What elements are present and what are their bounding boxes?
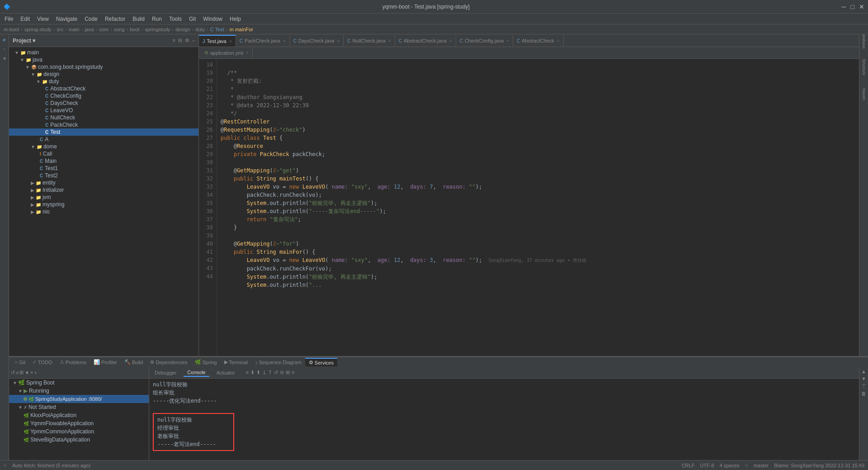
- stop-icon[interactable]: ⊘: [280, 370, 284, 375]
- menu-refactor[interactable]: Refactor: [102, 15, 128, 23]
- tree-item-dome[interactable]: ▼ 📁 dome: [9, 143, 198, 150]
- tree-item-initializer[interactable]: ▶ 📁 Initializer: [9, 186, 198, 194]
- tab-close-icon[interactable]: ×: [246, 50, 249, 55]
- menu-git[interactable]: Git: [186, 15, 198, 23]
- project-icon[interactable]: P: [0, 36, 9, 44]
- favorites-icon[interactable]: ★: [0, 54, 9, 62]
- clear-icon[interactable]: 🗑: [861, 391, 866, 396]
- branch-name[interactable]: master: [754, 463, 769, 468]
- breadcrumb-class[interactable]: C Test: [210, 27, 224, 32]
- close-panel-icon[interactable]: –: [192, 38, 195, 43]
- breadcrumb-part[interactable]: m-boot: [4, 27, 19, 32]
- tree-item-nio[interactable]: ▶ 📁 nio: [9, 208, 198, 215]
- menu-view[interactable]: View: [34, 15, 52, 23]
- breadcrumb-part[interactable]: design: [175, 27, 190, 32]
- service-kkxx[interactable]: 🌿 KkxxPoiApplication: [9, 411, 149, 419]
- tab-todo[interactable]: ✓ TODO: [29, 358, 56, 366]
- tab-spring[interactable]: 🌿 Spring: [191, 358, 221, 366]
- tree-item-abstractcheck[interactable]: C AbstractCheck: [9, 85, 198, 92]
- grid-icon[interactable]: ⊞: [286, 370, 290, 375]
- menu-edit[interactable]: Edit: [18, 15, 33, 23]
- expand-icon[interactable]: ⊟: [178, 38, 182, 43]
- expand-all-icon[interactable]: ⊞: [19, 370, 24, 375]
- tab-close-icon[interactable]: ×: [388, 38, 391, 43]
- tab-test-java[interactable]: J Test.java ×: [199, 35, 236, 47]
- tab-application-yml[interactable]: ⚙ application.yml ×: [201, 48, 253, 58]
- tab-abstractcheck[interactable]: C AbstractCheck.java ×: [395, 35, 456, 47]
- tree-item-leavevo[interactable]: C LeaveVO: [9, 107, 198, 114]
- breadcrumb-part[interactable]: duty: [195, 27, 205, 32]
- commit-icon[interactable]: ↑: [0, 45, 9, 53]
- tree-item-java[interactable]: ▼ 📁 java: [9, 56, 198, 63]
- menu-navigate[interactable]: Navigate: [53, 15, 80, 23]
- tab-abstractcheck2[interactable]: C AbstractCheck ×: [513, 35, 564, 47]
- tree-item-entity[interactable]: ▶ 📁 entity: [9, 179, 198, 186]
- menu-file[interactable]: File: [2, 15, 16, 23]
- breadcrumb-part[interactable]: com: [99, 27, 108, 32]
- tab-sequence[interactable]: ↕ Sequence Diagram: [251, 359, 305, 366]
- tree-item-call[interactable]: I Call: [9, 150, 198, 157]
- breadcrumb-part[interactable]: src: [57, 27, 64, 32]
- align-top-icon[interactable]: ⊤: [862, 383, 866, 389]
- breadcrumb-part[interactable]: springstudy: [145, 27, 170, 32]
- tab-console[interactable]: Console: [184, 369, 209, 377]
- tab-actuator[interactable]: Actuator: [213, 369, 239, 376]
- code-editor[interactable]: 18 19 20 21 22 23 24 25 26 27 28 29: [199, 59, 859, 356]
- indent-info[interactable]: 4 spaces: [720, 463, 740, 468]
- service-not-started-group[interactable]: ▼ ✗ Not Started: [9, 403, 149, 411]
- menu-help[interactable]: Help: [227, 15, 244, 23]
- tree-item-dayscheck[interactable]: C DaysCheck: [9, 100, 198, 107]
- refresh-icon[interactable]: ↺: [11, 370, 15, 375]
- tab-profiler[interactable]: 📊 Profiler: [90, 358, 121, 366]
- breadcrumb-part[interactable]: song: [114, 27, 125, 32]
- tab-close-icon[interactable]: ×: [506, 38, 509, 43]
- tree-item-design[interactable]: ▼ 📁 design: [9, 71, 198, 78]
- scroll-top-icon[interactable]: ⤒: [268, 370, 272, 375]
- tab-build[interactable]: 🔨 Build: [121, 358, 146, 366]
- tree-item-test1[interactable]: C Test1: [9, 165, 198, 172]
- line-ending[interactable]: CRLF: [682, 463, 695, 468]
- tree-item-myspring[interactable]: ▶ 📁 myspring: [9, 201, 198, 208]
- add-icon[interactable]: +: [34, 370, 37, 375]
- service-steve[interactable]: 🌿 SteveBigDataApplication: [9, 436, 149, 444]
- breadcrumb-part[interactable]: main: [69, 27, 80, 32]
- tab-terminal[interactable]: ▶ Terminal: [221, 358, 252, 366]
- menu-run[interactable]: Run: [149, 15, 165, 23]
- structure-icon[interactable]: Structure: [860, 63, 868, 71]
- tree-item-package[interactable]: ▼ 📦 com.song.boot.springstudy: [9, 63, 198, 71]
- tab-checkconfig[interactable]: C CheckConfig.java ×: [456, 35, 513, 47]
- tree-item-test2[interactable]: C Test2: [9, 172, 198, 179]
- database-icon[interactable]: Database: [860, 36, 868, 43]
- tab-close-icon[interactable]: ×: [557, 38, 560, 43]
- tree-item-duty[interactable]: ▼ 📁 duty: [9, 78, 198, 85]
- tree-item-main[interactable]: ▼ 📁 main: [9, 49, 198, 56]
- service-springstudy[interactable]: 🌿 SpringStudyApplication :8080/: [9, 395, 149, 403]
- collapse-icon[interactable]: ≡: [16, 370, 19, 375]
- tab-dependencies[interactable]: ⊕ Dependencies: [146, 358, 191, 366]
- scroll-down-icon[interactable]: ▼: [861, 376, 866, 381]
- tab-dayscheck[interactable]: C DaysCheck.java ×: [290, 35, 344, 47]
- menu-build[interactable]: Build: [130, 15, 147, 23]
- tree-item-checkconfig[interactable]: C CheckConfig: [9, 92, 198, 100]
- close-button[interactable]: ✕: [859, 3, 864, 10]
- settings-icon[interactable]: ⚙: [185, 38, 189, 43]
- tree-item-main-class[interactable]: C Main: [9, 157, 198, 165]
- tab-nullcheck[interactable]: C NullCheck.java ×: [344, 35, 395, 47]
- menu-window[interactable]: Window: [200, 15, 225, 23]
- tree-item-a[interactable]: C A: [9, 136, 198, 143]
- menu-code[interactable]: Code: [82, 15, 100, 23]
- filter-icon[interactable]: ▼: [24, 370, 29, 375]
- tab-close-icon[interactable]: ×: [283, 38, 286, 43]
- tab-problems[interactable]: ⚠ Problems: [56, 358, 90, 366]
- service-ypmm[interactable]: 🌿 YpmmCommonApplication: [9, 427, 149, 436]
- down-icon[interactable]: ⬇: [250, 370, 255, 375]
- refresh-icon[interactable]: ↺: [274, 370, 278, 375]
- tab-close-icon[interactable]: ×: [449, 38, 452, 43]
- menu-icon[interactable]: ≡: [246, 370, 249, 375]
- tree-item-packcheck[interactable]: C PackCheck: [9, 121, 198, 128]
- code-content[interactable]: /** * 发射拦截: * * @author Songxianyang * @…: [217, 59, 859, 356]
- tab-close-icon[interactable]: ×: [229, 39, 232, 44]
- breadcrumb-part[interactable]: java: [85, 27, 94, 32]
- maven-icon[interactable]: Maven: [860, 90, 868, 98]
- minimize-button[interactable]: ─: [842, 3, 846, 10]
